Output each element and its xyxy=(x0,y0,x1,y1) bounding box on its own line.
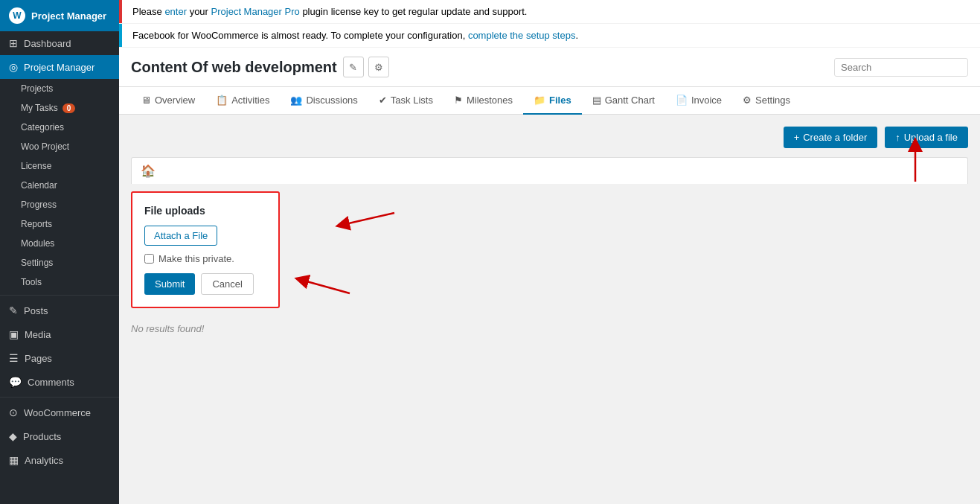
notice-plugin-link[interactable]: Project Manager Pro xyxy=(211,6,300,17)
sidebar-item-woocommerce[interactable]: ⊙ WooCommerce xyxy=(0,401,119,424)
sidebar: W Project Manager ⊞ Dashboard ◎ Project … xyxy=(0,0,119,504)
sidebar-item-project-manager[interactable]: ◎ Project Manager xyxy=(0,55,119,79)
analytics-icon: ▦ xyxy=(9,454,19,466)
tab-task-lists-label: Task Lists xyxy=(391,95,433,106)
license-label: License xyxy=(21,161,51,171)
modules-label: Modules xyxy=(21,238,54,249)
submit-button[interactable]: Submit xyxy=(144,273,195,295)
task-lists-tab-icon: ✔ xyxy=(379,95,387,106)
edit-button[interactable]: ✎ xyxy=(343,57,364,77)
sidebar-item-comments[interactable]: 💬 Comments xyxy=(0,370,119,394)
create-folder-label: Create a folder xyxy=(803,132,867,143)
sidebar-header: W Project Manager xyxy=(0,0,119,31)
sidebar-item-tools[interactable]: Tools xyxy=(0,272,119,292)
page-header-actions: ✎ ⚙ xyxy=(343,57,389,77)
file-uploads-title: File uploads xyxy=(144,205,266,217)
file-uploads-panel: File uploads Attach a File Make this pri… xyxy=(131,191,280,308)
tab-gantt-chart[interactable]: ▤ Gantt Chart xyxy=(582,87,665,115)
attach-file-row: Attach a File xyxy=(144,226,266,253)
notice-setup-link[interactable]: complete the setup steps xyxy=(468,30,576,41)
no-results-text: No results found! xyxy=(131,323,968,334)
sidebar-item-projects[interactable]: Projects xyxy=(0,79,119,98)
settings-pm-label: Settings xyxy=(21,258,53,268)
create-folder-button[interactable]: + Create a folder xyxy=(784,127,878,148)
sidebar-item-progress[interactable]: Progress xyxy=(0,195,119,214)
notice-license: Please enter your Project Manager Pro pl… xyxy=(119,0,980,23)
milestones-tab-icon: ⚑ xyxy=(454,95,463,106)
cancel-button[interactable]: Cancel xyxy=(201,273,253,295)
media-icon: ▣ xyxy=(9,328,19,340)
make-private-label: Make this private. xyxy=(158,253,234,264)
project-manager-icon: ◎ xyxy=(9,61,18,73)
upload-file-label: Upload a file xyxy=(904,132,958,143)
sidebar-item-dashboard[interactable]: ⊞ Dashboard xyxy=(0,31,119,55)
invoice-tab-icon: 📄 xyxy=(676,95,688,106)
sidebar-item-media[interactable]: ▣ Media xyxy=(0,322,119,346)
activities-tab-icon: 📋 xyxy=(216,95,228,106)
tab-settings-label: Settings xyxy=(755,95,790,106)
page-header: Content Of web development ✎ ⚙ xyxy=(119,48,980,87)
sidebar-item-label: Project Manager xyxy=(24,62,95,73)
sidebar-item-pages[interactable]: ☰ Pages xyxy=(0,346,119,370)
plus-icon: + xyxy=(794,132,800,143)
private-checkbox-row: Make this private. xyxy=(144,253,266,264)
sidebar-item-woo-project[interactable]: Woo Project xyxy=(0,137,119,156)
my-tasks-label: My Tasks xyxy=(21,103,58,113)
tools-label: Tools xyxy=(21,277,42,287)
main-wrapper: Please enter your Project Manager Pro pl… xyxy=(119,0,980,504)
tab-invoice[interactable]: 📄 Invoice xyxy=(665,87,732,115)
tab-activities-label: Activities xyxy=(231,95,269,106)
sidebar-item-modules[interactable]: Modules xyxy=(0,234,119,253)
tab-milestones-label: Milestones xyxy=(467,95,513,106)
pages-label: Pages xyxy=(25,353,52,364)
woocommerce-icon: ⊙ xyxy=(9,406,18,418)
sidebar-item-reports[interactable]: Reports xyxy=(0,214,119,234)
divider-1 xyxy=(0,295,119,296)
tab-invoice-label: Invoice xyxy=(691,95,722,106)
tab-settings[interactable]: ⚙ Settings xyxy=(732,87,801,115)
discussions-tab-icon: 👥 xyxy=(290,95,302,106)
sidebar-item-label: Dashboard xyxy=(24,38,71,49)
sidebar-item-my-tasks[interactable]: My Tasks 0 xyxy=(0,98,119,118)
my-tasks-badge: 0 xyxy=(63,103,76,113)
tab-overview-label: Overview xyxy=(155,95,195,106)
sidebar-item-license[interactable]: License xyxy=(0,156,119,176)
svg-line-0 xyxy=(342,213,394,225)
posts-label: Posts xyxy=(24,305,48,316)
wp-logo: W xyxy=(9,7,25,24)
media-label: Media xyxy=(25,329,51,340)
page-title: Content Of web development xyxy=(131,59,337,76)
edit-icon: ✎ xyxy=(349,62,357,73)
notice-enter-link[interactable]: enter xyxy=(164,6,187,17)
upload-file-button[interactable]: ↑ Upload a file xyxy=(885,127,968,148)
tab-discussions[interactable]: 👥 Discussions xyxy=(280,87,368,115)
overview-tab-icon: 🖥 xyxy=(141,95,151,106)
sidebar-item-categories[interactable]: Categories xyxy=(0,118,119,137)
tab-milestones[interactable]: ⚑ Milestones xyxy=(443,87,523,115)
files-tab-icon: 📁 xyxy=(534,95,545,106)
sidebar-item-posts[interactable]: ✎ Posts xyxy=(0,299,119,322)
sidebar-item-settings-pm[interactable]: Settings xyxy=(0,253,119,272)
calendar-label: Calendar xyxy=(21,180,57,191)
make-private-checkbox[interactable] xyxy=(144,254,154,264)
search-input[interactable] xyxy=(834,58,968,77)
tab-files-label: Files xyxy=(549,95,571,106)
progress-label: Progress xyxy=(21,200,57,210)
form-buttons: Submit Cancel xyxy=(144,273,266,295)
woo-project-label: Woo Project xyxy=(21,141,69,152)
home-icon[interactable]: 🏠 xyxy=(141,165,156,177)
tab-gantt-label: Gantt Chart xyxy=(605,95,655,106)
tab-activities[interactable]: 📋 Activities xyxy=(205,87,280,115)
gantt-tab-icon: ▤ xyxy=(592,95,601,106)
attach-file-button[interactable]: Attach a File xyxy=(144,226,217,246)
tab-task-lists[interactable]: ✔ Task Lists xyxy=(368,87,443,115)
sidebar-header-label: Project Manager xyxy=(31,10,106,22)
sidebar-item-calendar[interactable]: Calendar xyxy=(0,176,119,195)
tab-files[interactable]: 📁 Files xyxy=(523,87,582,115)
categories-label: Categories xyxy=(21,122,64,133)
tab-discussions-label: Discussions xyxy=(306,95,357,106)
settings-button[interactable]: ⚙ xyxy=(368,57,389,77)
tab-overview[interactable]: 🖥 Overview xyxy=(131,87,205,115)
sidebar-item-analytics[interactable]: ▦ Analytics xyxy=(0,448,119,472)
sidebar-item-products[interactable]: ◆ Products xyxy=(0,424,119,448)
